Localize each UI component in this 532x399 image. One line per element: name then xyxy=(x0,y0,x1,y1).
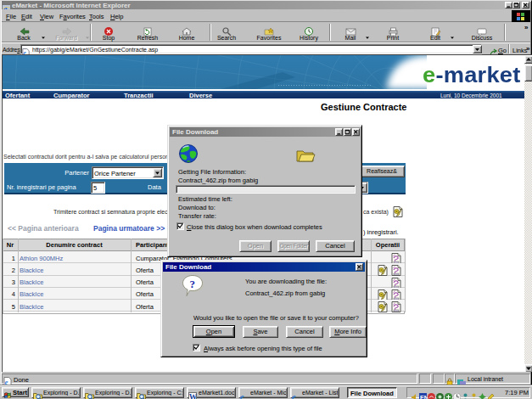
svg-text:?: ? xyxy=(190,278,196,290)
svg-text:e: e xyxy=(292,392,296,399)
svg-text:W: W xyxy=(189,392,197,399)
svg-text:EN: EN xyxy=(420,394,427,399)
svg-text:e: e xyxy=(240,392,244,399)
